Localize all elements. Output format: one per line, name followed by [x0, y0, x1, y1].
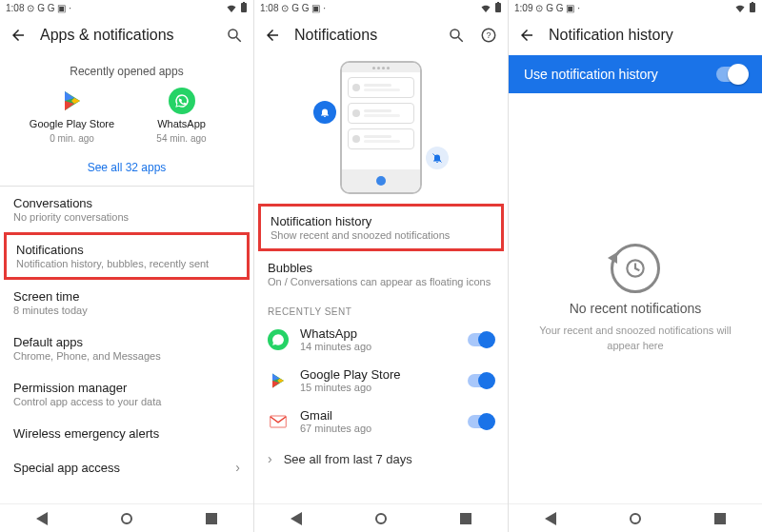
search-icon[interactable] — [225, 26, 244, 45]
whatsapp-icon — [268, 329, 289, 350]
status-clock: 1:08 — [6, 3, 24, 13]
recent-app-whatsapp[interactable]: WhatsApp 54 min. ago — [136, 88, 228, 144]
setting-wireless-emergency[interactable]: Wireless emergency alerts — [0, 417, 253, 450]
notif-toggle[interactable] — [468, 415, 494, 428]
svg-point-10 — [451, 30, 459, 38]
recent-app-sub: 0 min. ago — [50, 133, 94, 144]
back-icon[interactable] — [518, 27, 535, 44]
setting-title: Bubbles — [268, 261, 494, 275]
empty-title: No recent notifications — [570, 301, 702, 316]
chevron-right-icon: › — [268, 451, 272, 466]
nav-home-icon[interactable] — [373, 511, 389, 526]
nav-back-icon[interactable] — [289, 511, 304, 526]
recent-notif-play-store[interactable]: Google Play Store 15 minutes ago — [254, 360, 508, 401]
status-bar: 1:09 ⊙ G G ▣ · — [509, 0, 762, 15]
recent-app-play-store[interactable]: Google Play Store 0 min. ago — [27, 88, 118, 144]
nav-bar — [0, 503, 253, 532]
page-title: Notifications — [294, 27, 433, 44]
back-icon[interactable] — [264, 27, 281, 44]
nav-bar — [509, 503, 762, 532]
setting-screen-time[interactable]: Screen time 8 minutes today — [0, 280, 253, 325]
svg-rect-0 — [241, 3, 247, 12]
setting-title: Special app access — [13, 461, 120, 475]
status-icons: ⊙ G G ▣ · — [535, 3, 579, 13]
play-store-icon — [268, 370, 289, 391]
setting-title: Conversations — [13, 196, 240, 210]
nav-home-icon[interactable] — [628, 511, 643, 526]
history-toggle[interactable] — [716, 67, 747, 82]
status-bar: 1:08 ⊙ G G ▣ · — [254, 0, 508, 15]
nav-back-icon[interactable] — [34, 511, 50, 526]
battery-icon — [494, 2, 502, 13]
setting-notifications[interactable]: Notifications Notification history, bubb… — [4, 232, 250, 280]
setting-sub: On / Conversations can appear as floatin… — [268, 276, 494, 287]
nav-recents-icon[interactable] — [204, 511, 219, 526]
svg-line-11 — [458, 37, 463, 42]
recent-notif-whatsapp[interactable]: WhatsApp 14 minutes ago — [254, 319, 508, 360]
svg-rect-21 — [752, 2, 753, 3]
banner-label: Use notification history — [524, 67, 658, 82]
bell-icon — [313, 101, 336, 124]
back-icon[interactable] — [10, 27, 27, 44]
status-icons: ⊙ G G ▣ · — [27, 3, 70, 13]
setting-notification-history[interactable]: Notification history Show recent and sno… — [258, 204, 504, 251]
nav-recents-icon[interactable] — [458, 511, 473, 526]
svg-line-3 — [236, 37, 241, 42]
status-clock: 1:09 — [514, 3, 532, 13]
setting-title: Default apps — [13, 335, 240, 349]
setting-title: Notifications — [16, 243, 237, 257]
screen-notification-history: 1:09 ⊙ G G ▣ · Notification history Use … — [509, 0, 762, 532]
svg-point-2 — [229, 30, 237, 38]
wifi-icon — [226, 3, 237, 12]
see-all-apps-link[interactable]: See all 32 apps — [0, 151, 253, 186]
setting-special-app-access[interactable]: Special app access › — [0, 450, 253, 484]
phone-illustration — [340, 61, 422, 194]
wifi-icon — [480, 3, 491, 12]
play-store-icon — [59, 88, 86, 114]
setting-permission-manager[interactable]: Permission manager Control app access to… — [0, 371, 253, 417]
see-all-label: See all from last 7 days — [284, 452, 412, 466]
history-icon — [611, 244, 660, 293]
see-all-from-7-days[interactable]: › See all from last 7 days — [254, 442, 508, 476]
notif-sub: 14 minutes ago — [300, 341, 456, 352]
setting-sub: Show recent and snoozed notifications — [271, 229, 491, 241]
screen-apps-and-notifications: 1:08 ⊙ G G ▣ · Apps & notifications Rece… — [0, 0, 254, 532]
setting-sub: Chrome, Phone, and Messages — [13, 350, 240, 362]
empty-state: No recent notifications Your recent and … — [509, 93, 762, 503]
page-title: Apps & notifications — [40, 27, 211, 44]
battery-icon — [240, 2, 248, 13]
setting-title: Wireless emergency alerts — [13, 426, 240, 441]
svg-rect-9 — [497, 2, 499, 3]
whatsapp-icon — [169, 88, 195, 114]
screen-notifications: 1:08 ⊙ G G ▣ · Notifications ? — [254, 0, 509, 532]
setting-sub: No priority conversations — [13, 211, 240, 223]
nav-back-icon[interactable] — [543, 511, 558, 526]
svg-rect-1 — [243, 2, 245, 3]
svg-rect-20 — [750, 3, 755, 12]
notif-title: Gmail — [300, 408, 456, 423]
recent-notif-gmail[interactable]: Gmail 67 minutes ago — [254, 401, 508, 442]
status-clock: 1:08 — [260, 3, 278, 13]
recent-app-name: WhatsApp — [157, 118, 206, 129]
setting-sub: Control app access to your data — [13, 396, 240, 407]
bell-off-icon — [426, 147, 449, 169]
setting-conversations[interactable]: Conversations No priority conversations — [0, 187, 253, 232]
nav-recents-icon[interactable] — [712, 511, 728, 526]
setting-title: Notification history — [271, 214, 491, 228]
svg-rect-8 — [495, 3, 501, 12]
use-history-banner[interactable]: Use notification history — [509, 55, 762, 93]
status-bar: 1:08 ⊙ G G ▣ · — [0, 0, 253, 15]
search-icon[interactable] — [447, 26, 466, 45]
notif-toggle[interactable] — [468, 374, 494, 387]
app-bar: Notification history — [509, 15, 762, 55]
empty-sub: Your recent and snoozed notifications wi… — [537, 324, 733, 353]
recently-sent-label: RECENTLY SENT — [254, 297, 508, 319]
help-icon[interactable]: ? — [479, 26, 498, 45]
page-title: Notification history — [549, 27, 752, 44]
notif-toggle[interactable] — [468, 333, 494, 346]
setting-default-apps[interactable]: Default apps Chrome, Phone, and Messages — [0, 325, 253, 371]
nav-home-icon[interactable] — [119, 511, 134, 526]
gmail-icon — [268, 411, 289, 432]
setting-bubbles[interactable]: Bubbles On / Conversations can appear as… — [254, 251, 508, 297]
wifi-icon — [734, 3, 746, 12]
